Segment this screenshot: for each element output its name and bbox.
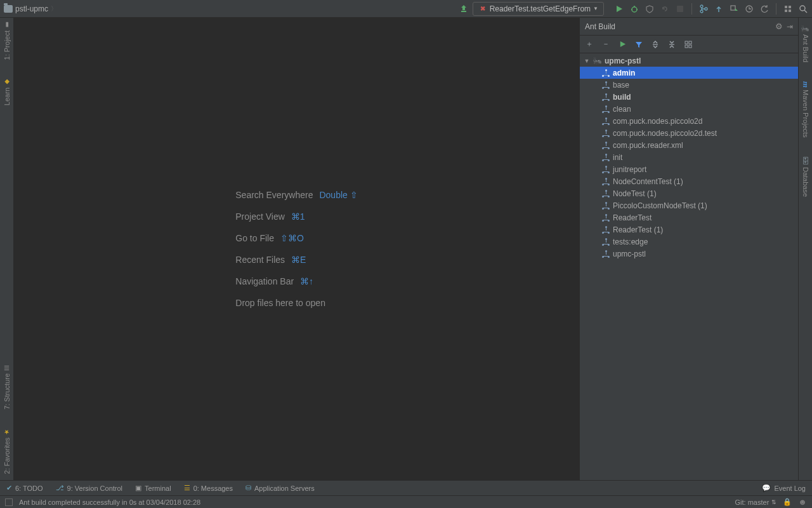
ant-target-label: com.puck.nodes.piccolo2d.test bbox=[613, 129, 717, 138]
tool-tab-learn[interactable]: Learn ◆ bbox=[3, 79, 11, 105]
svg-rect-10 bbox=[785, 6, 787, 8]
run-toolbar bbox=[608, 3, 808, 15]
search-icon[interactable] bbox=[798, 4, 808, 14]
ant-target[interactable]: ReaderTest bbox=[580, 211, 798, 224]
tool-tab-eventlog[interactable]: 💬 Event Log bbox=[762, 484, 806, 492]
hector-icon[interactable]: ☻ bbox=[798, 497, 807, 507]
coverage-icon[interactable] bbox=[645, 4, 655, 14]
target-icon bbox=[601, 225, 610, 234]
shortcut-list: Search EverywhereDouble ⇧Project View⌘1G… bbox=[235, 190, 357, 308]
eventlog-icon: 💬 bbox=[762, 484, 771, 492]
ant-tab-icon: 🐜 bbox=[801, 24, 809, 32]
build-icon[interactable] bbox=[459, 4, 469, 14]
svg-rect-20 bbox=[685, 45, 688, 48]
filter-icon[interactable] bbox=[634, 40, 643, 49]
svg-point-5 bbox=[700, 5, 703, 8]
tool-tab-todo[interactable]: ✔ 6: TODO bbox=[6, 484, 43, 492]
tool-tab-vcs-label: 9: Version Control bbox=[67, 485, 122, 492]
shortcut-key: Double ⇧ bbox=[319, 190, 357, 200]
ant-build-panel: Ant Build ⚙ ⇥ ＋ － ▼ bbox=[579, 18, 798, 480]
tool-tab-terminal[interactable]: ▣ Terminal bbox=[135, 484, 171, 492]
expand-arrow-icon[interactable]: ▼ bbox=[584, 58, 590, 64]
ant-target[interactable]: tests:edge bbox=[580, 236, 798, 248]
breadcrumb[interactable]: pstl-upmc 〉 bbox=[4, 4, 459, 13]
editor-empty-state: Search EverywhereDouble ⇧Project View⌘1G… bbox=[14, 18, 579, 480]
tool-tab-structure-label: 7: Structure bbox=[3, 373, 11, 410]
ant-target-label: PiccoloCustomNodeTest (1) bbox=[613, 201, 707, 210]
status-window-icon[interactable] bbox=[5, 498, 13, 506]
tool-tab-favorites[interactable]: 2: Favorites ★ bbox=[3, 429, 11, 474]
tool-tab-ant-label: Ant Build bbox=[802, 34, 809, 62]
run-target-icon[interactable] bbox=[618, 40, 627, 49]
ant-root-label: upmc-pstl bbox=[605, 57, 641, 65]
ant-target[interactable]: junitreport bbox=[580, 163, 798, 175]
dropdown-arrow-icon: ▼ bbox=[593, 6, 598, 11]
target-icon bbox=[601, 105, 610, 114]
tool-tab-project[interactable]: 1: Project ▮ bbox=[3, 22, 11, 60]
tool-tab-todo-label: 6: TODO bbox=[15, 485, 43, 492]
properties-icon[interactable] bbox=[684, 40, 693, 49]
vcs-revert-icon[interactable] bbox=[759, 4, 769, 14]
ant-tree[interactable]: ▼ 🐜 upmc-pstl adminbasebuildcleancom.puc… bbox=[580, 53, 798, 480]
target-icon bbox=[601, 177, 610, 186]
git-branch-widget[interactable]: Git: master ⇅ bbox=[735, 498, 777, 506]
ant-target[interactable]: PiccoloCustomNodeTest (1) bbox=[580, 199, 798, 211]
ant-target[interactable]: clean bbox=[580, 103, 798, 115]
debug-icon[interactable] bbox=[629, 4, 639, 14]
ant-target[interactable]: NodeContentTest (1) bbox=[580, 175, 798, 187]
vcs-update-icon[interactable] bbox=[714, 4, 724, 14]
tool-tab-ant[interactable]: 🐜 Ant Build bbox=[801, 24, 809, 62]
shortcut-label: Recent Files bbox=[235, 255, 285, 265]
ant-root-node[interactable]: ▼ 🐜 upmc-pstl bbox=[580, 55, 798, 67]
gear-icon[interactable]: ⚙ bbox=[775, 22, 783, 31]
lock-icon[interactable]: 🔒 bbox=[783, 498, 792, 506]
ant-target[interactable]: base bbox=[580, 79, 798, 91]
tool-tab-messages[interactable]: ☰ 0: Messages bbox=[184, 484, 233, 492]
breadcrumb-project[interactable]: pstl-upmc bbox=[15, 4, 48, 13]
project-structure-icon[interactable] bbox=[783, 4, 793, 14]
ant-target[interactable]: upmc-pstl bbox=[580, 248, 798, 260]
tool-tab-vcs[interactable]: ⎇ 9: Version Control bbox=[56, 484, 122, 492]
shortcut-key: ⌘1 bbox=[291, 211, 305, 222]
svg-point-7 bbox=[705, 8, 707, 10]
ant-target[interactable]: NodeTest (1) bbox=[580, 187, 798, 199]
git-branch-arrows-icon: ⇅ bbox=[771, 499, 776, 505]
tool-tab-appservers-label: Application Servers bbox=[254, 485, 315, 492]
ant-target[interactable]: com.puck.nodes.piccolo2d bbox=[580, 115, 798, 127]
add-icon[interactable]: ＋ bbox=[585, 40, 594, 49]
vcs-branch-icon[interactable] bbox=[698, 4, 709, 14]
ant-target-label: base bbox=[613, 81, 629, 90]
svg-point-6 bbox=[700, 10, 703, 13]
tool-tab-maven-label: Maven Projects bbox=[802, 90, 809, 138]
tool-tab-database-label: Database bbox=[802, 167, 809, 197]
ant-target[interactable]: com.puck.nodes.piccolo2d.test bbox=[580, 127, 798, 139]
ant-target-label: com.puck.reader.xml bbox=[613, 141, 683, 150]
tool-tab-maven[interactable]: m Maven Projects bbox=[801, 81, 811, 138]
vcs-commit-icon[interactable] bbox=[729, 4, 739, 14]
run-config-dropdown[interactable]: ✖ ReaderTest.testGetEdgeFrom ▼ bbox=[473, 2, 604, 16]
ant-target[interactable]: init bbox=[580, 151, 798, 163]
svg-rect-8 bbox=[731, 6, 735, 10]
collapse-all-icon[interactable] bbox=[667, 40, 676, 49]
run-icon[interactable] bbox=[614, 4, 624, 14]
ant-target[interactable]: com.puck.reader.xml bbox=[580, 139, 798, 151]
target-icon bbox=[601, 129, 610, 138]
hide-panel-icon[interactable]: ⇥ bbox=[787, 22, 793, 31]
tool-tab-database[interactable]: 🗄 Database bbox=[801, 157, 810, 197]
navigation-bar: pstl-upmc 〉 ✖ ReaderTest.testGetEdgeFrom… bbox=[0, 0, 812, 18]
remove-icon[interactable]: － bbox=[601, 40, 610, 49]
tool-tab-structure[interactable]: 7: Structure ☰ bbox=[3, 364, 11, 410]
ant-target[interactable]: ReaderTest (1) bbox=[580, 224, 798, 236]
ant-target[interactable]: admin bbox=[580, 67, 798, 79]
expand-all-icon[interactable] bbox=[651, 40, 660, 49]
vcs-history-icon[interactable] bbox=[744, 4, 754, 14]
ant-target[interactable]: build bbox=[580, 91, 798, 103]
appservers-icon: ⛁ bbox=[246, 484, 251, 492]
stop-icon bbox=[675, 4, 685, 14]
ant-target-label: NodeContentTest (1) bbox=[613, 177, 683, 186]
svg-rect-19 bbox=[689, 41, 691, 44]
shortcut-row: Drop files here to open bbox=[235, 298, 357, 308]
tool-tab-appservers[interactable]: ⛁ Application Servers bbox=[246, 484, 315, 492]
shortcut-row: Navigation Bar⌘↑ bbox=[235, 276, 357, 286]
shortcut-key: ⌘E bbox=[291, 255, 306, 265]
